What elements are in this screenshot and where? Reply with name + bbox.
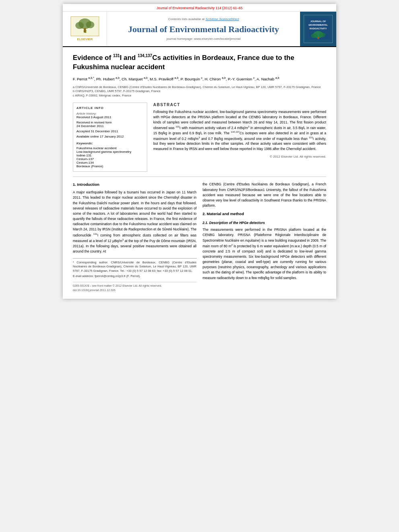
accepted-date: Accepted 31 December 2011 [76, 129, 144, 133]
svg-text:ENVIRONMENTAL: ENVIRONMENTAL [309, 24, 328, 26]
keyword-6: Bordeaux (France) [76, 164, 144, 168]
intro-title: 1. Introduction [73, 182, 197, 188]
abstract-column: Abstract Following the Fukushima nuclear… [153, 103, 326, 172]
affiliations: a CNRS/Université de Bordeaux, CENBG (Ce… [73, 85, 326, 98]
received-date: Received 3 August 2011 [76, 115, 144, 119]
svg-text:ELSEVIER: ELSEVIER [77, 37, 93, 41]
body-col-left: 1. Introduction A major earthquake follo… [73, 182, 197, 292]
email-footnote: E-mail address: fperrot@cenbg.in2p3.fr (… [73, 274, 197, 279]
svg-point-13 [319, 33, 325, 37]
received-revised: Received in revised form24 December 2011 [76, 121, 144, 128]
body-section: 1. Introduction A major earthquake follo… [73, 182, 326, 292]
affiliation-b: b CNRS/IN2P3, CENBG, UMR 5797, F-33175 G… [73, 89, 326, 94]
corresponding-footnote: * Corresponding author. CNRS/Université … [73, 261, 197, 273]
intro-para-1: A major earthquake followed by a tsunami… [73, 190, 197, 254]
journal-bar-text: Journal of Environmental Radioactivity 1… [156, 6, 243, 10]
abstract-title: Abstract [153, 103, 326, 107]
elsevier-logo-left: 🌿 ELSEVIER [63, 12, 107, 46]
journal-header: 🌿 ELSEVIER Contents lists available at S… [63, 12, 336, 47]
footnote-section: * Corresponding author. CNRS/Université … [73, 258, 197, 279]
svg-point-3 [75, 22, 84, 29]
history-label: Article history: [76, 112, 144, 115]
keyword-3: Iodine-131 [76, 154, 144, 157]
article-info-box: Article info Article history: Received 3… [73, 103, 147, 172]
svg-point-12 [311, 33, 317, 38]
svg-rect-14 [317, 37, 319, 39]
article-info-title: Article info [76, 106, 144, 110]
journal-badge-icon: JOURNAL OF ENVIRONMENTAL RADIOACTIVITY [306, 17, 330, 39]
intro-para-2: the CENBG (Centre d'Etudes Nucléaires de… [203, 182, 327, 208]
elsevier-tree-icon: 🌿 ELSEVIER [69, 15, 101, 43]
method-para: The measurements were performed in the P… [203, 227, 327, 281]
affiliation-c: c AIRAQ, F-33692, Mérignac cedex, France [73, 94, 326, 98]
method-title: 2. Material and method [203, 211, 327, 217]
authors: F. Perrot a,b,*, Ph. Hubert a,b, Ch. Mar… [73, 76, 326, 82]
article-title: Evidence of 131I and 134,137Cs activitie… [73, 53, 326, 72]
issn-line: 0265-931X/$ – see front matter © 2012 El… [73, 282, 197, 293]
method-subsection-title: 2.1. Description of the HPGe detectors [203, 220, 327, 226]
available-online: Available online 17 January 2012 [76, 135, 144, 138]
svg-text:JOURNAL OF: JOURNAL OF [311, 20, 326, 23]
keywords-section: Keywords: Fukushima nuclear accident Low… [76, 142, 144, 168]
journal-title: Journal of Environmental Radioactivity [128, 24, 279, 35]
header-center: Contents lists available at SciVerse Sci… [107, 12, 300, 46]
article-info-column: Article info Article history: Received 3… [73, 103, 147, 172]
keyword-2: Low-background gamma spectrometry [76, 150, 144, 154]
section-divider [73, 177, 326, 177]
sciverse-link[interactable]: SciVerse ScienceDirect [206, 17, 239, 21]
journal-bar: Journal of Environmental Radioactivity 1… [63, 4, 336, 12]
body-col-right: the CENBG (Centre d'Etudes Nucléaires de… [203, 182, 327, 292]
affiliation-a: a CNRS/Université de Bordeaux, CENBG (Ce… [73, 85, 326, 90]
journal-homepage: journal homepage: www.elsevier.com/locat… [167, 37, 241, 41]
svg-point-4 [86, 21, 94, 29]
sciverse-text: Contents lists available at SciVerse Sci… [168, 17, 239, 21]
keywords-label: Keywords: [76, 142, 144, 145]
keyword-5: Cesium-134 [76, 161, 144, 164]
keyword-1: Fukushima nuclear accident [76, 146, 144, 150]
main-content: Evidence of 131I and 134,137Cs activitie… [63, 47, 336, 299]
right-logo-box: JOURNAL OF ENVIRONMENTAL RADIOACTIVITY [304, 15, 333, 43]
abstract-text: Following the Fukushima nuclear accident… [153, 109, 326, 151]
header-logo-right: JOURNAL OF ENVIRONMENTAL RADIOACTIVITY [300, 12, 336, 46]
svg-text:RADIOACTIVITY: RADIOACTIVITY [310, 27, 327, 30]
svg-rect-5 [84, 28, 86, 33]
copyright-text: © 2012 Elsevier Ltd. All rights reserved… [153, 155, 326, 158]
keyword-4: Cesium-137 [76, 157, 144, 161]
info-abstract-section: Article info Article history: Received 3… [73, 103, 326, 172]
